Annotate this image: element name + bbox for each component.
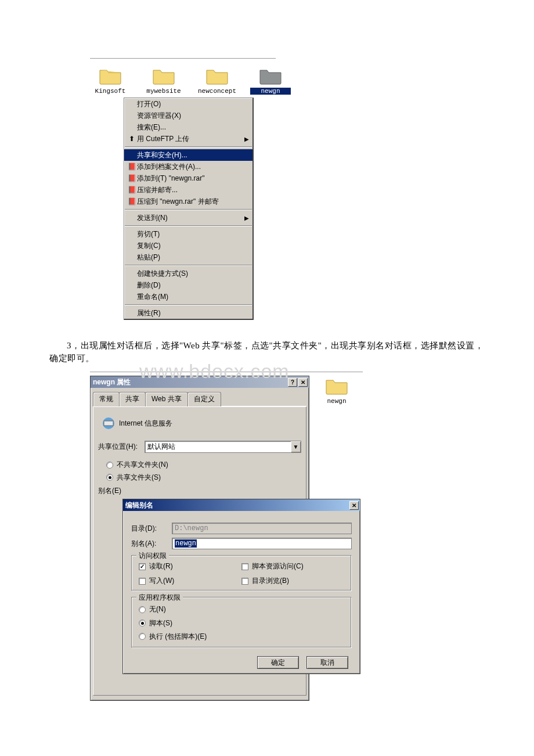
directory-label: 目录(D): <box>131 524 172 534</box>
checkbox-read[interactable]: 读取(R) <box>139 561 236 571</box>
checkbox-dir-browse[interactable]: 目录浏览(B) <box>241 576 338 586</box>
access-permissions-group: 访问权限 读取(R) 脚本资源访问(C) 写入(W) 目录浏览(B) <box>131 555 352 591</box>
menu-item-add-archive[interactable]: 📕添加到档案文件(A)... <box>124 161 252 172</box>
ok-button[interactable]: 确定 <box>257 656 299 669</box>
folder-label: newgn <box>250 88 291 95</box>
alias-label: 别名(E) <box>98 487 121 495</box>
menu-item-compress-rar-mail[interactable]: 📕压缩到 "newgn.rar" 并邮寄 <box>124 196 252 207</box>
folder-label: Kingsoft <box>90 88 131 95</box>
tab-share[interactable]: 共享 <box>119 392 146 406</box>
menu-item-copy[interactable]: 复制(C) <box>124 240 252 251</box>
titlebar[interactable]: 编辑别名 ✕ <box>123 499 360 511</box>
menu-separator <box>125 304 252 305</box>
archive-icon: 📕 <box>127 174 137 182</box>
upload-icon: ⬆ <box>127 135 137 143</box>
radio-app-script[interactable]: 脚本(S) <box>139 618 172 628</box>
menu-separator <box>125 209 252 210</box>
menu-item-delete[interactable]: 删除(D) <box>124 279 252 291</box>
menu-item-shortcut[interactable]: 创建快捷方式(S) <box>124 268 252 279</box>
menu-item-explorer[interactable]: 资源管理器(X) <box>124 110 252 121</box>
menu-item-send-to[interactable]: 发送到(N)▶ <box>124 212 252 224</box>
checkbox-script-source[interactable]: 脚本资源访问(C) <box>241 561 338 571</box>
radio-app-none[interactable]: 无(N) <box>139 604 166 614</box>
tab-general[interactable]: 常规 <box>93 392 120 406</box>
help-button[interactable]: ? <box>288 378 297 387</box>
menu-item-add-rar[interactable]: 📕添加到(T) "newgn.rar" <box>124 172 252 184</box>
folder-label: newconcept <box>197 88 237 95</box>
radio-share-folder[interactable]: 共享文件夹(S) <box>106 473 161 483</box>
tab-web-share[interactable]: Web 共享 <box>145 392 188 406</box>
archive-icon: 📕 <box>127 163 137 171</box>
menu-item-compress-mail[interactable]: 📕压缩并邮寄... <box>124 184 252 196</box>
menu-item-paste[interactable]: 粘贴(P) <box>124 251 252 263</box>
folder-mywebsite[interactable]: mywebsite <box>143 66 184 95</box>
window-title: newgn 属性 <box>93 377 131 387</box>
menu-item-search[interactable]: 搜索(E)... <box>124 121 252 133</box>
tab-custom[interactable]: 自定义 <box>187 392 221 406</box>
share-location-label: 共享位置(H): <box>98 442 145 452</box>
close-button[interactable]: ✕ <box>298 378 308 387</box>
close-button[interactable]: ✕ <box>349 501 359 510</box>
folder-icon <box>90 66 131 85</box>
menu-item-open[interactable]: 打开(O) <box>124 98 252 110</box>
menu-separator <box>125 146 252 147</box>
folder-newconcept[interactable]: newconcept <box>197 66 237 95</box>
submenu-arrow-icon: ▶ <box>244 136 249 142</box>
folder-icon <box>197 66 237 85</box>
tabstrip: 常规 共享 Web 共享 自定义 <box>93 391 306 406</box>
alias-field-label: 别名(A): <box>131 539 172 549</box>
menu-item-cut[interactable]: 剪切(T) <box>124 228 252 240</box>
instruction-paragraph: 3，出现属性对话框后，选择"Web 共享"标签，点选"共享文件夹"，出现共享别名… <box>49 339 485 365</box>
properties-area: newgn newgn 属性 ? ✕ 常规 共享 Web 共享 自定义 <box>90 372 363 708</box>
checkbox-write[interactable]: 写入(W) <box>139 576 236 586</box>
directory-field: D:\newgn <box>172 523 352 534</box>
archive-icon: 📕 <box>127 186 137 194</box>
radio-app-exec[interactable]: 执行 (包括脚本)(E) <box>139 632 207 642</box>
folder-kingsoft[interactable]: Kingsoft <box>90 66 131 95</box>
context-menu: 打开(O) 资源管理器(X) 搜索(E)... ⬆用 CuteFTP 上传▶ 共… <box>124 98 254 320</box>
iis-label: Internet 信息服务 <box>119 419 172 429</box>
window-title: 编辑别名 <box>125 501 153 510</box>
folder-label: mywebsite <box>143 88 184 95</box>
share-location-input[interactable] <box>145 441 291 453</box>
folder-icon <box>250 66 291 85</box>
share-location-combo[interactable]: ▼ <box>145 441 301 453</box>
submenu-arrow-icon: ▶ <box>244 215 249 221</box>
folder-newgn[interactable]: newgn <box>250 66 291 95</box>
edit-alias-dialog: 编辑别名 ✕ 目录(D): D:\newgn 别名(A): newgn 访问权限… <box>122 499 360 674</box>
menu-item-sharing[interactable]: 共享和安全(H)... <box>124 149 252 161</box>
menu-item-cuteftp[interactable]: ⬆用 CuteFTP 上传▶ <box>124 133 252 145</box>
menu-separator <box>125 265 252 266</box>
radio-no-share[interactable]: 不共享文件夹(N) <box>106 460 168 470</box>
folder-newgn-side[interactable]: newgn <box>316 376 357 405</box>
alias-field[interactable]: newgn <box>172 538 352 549</box>
folder-label: newgn <box>316 398 357 405</box>
menu-item-rename[interactable]: 重命名(M) <box>124 291 252 303</box>
folder-icon <box>316 376 357 395</box>
menu-item-properties[interactable]: 属性(R) <box>124 307 252 319</box>
group-legend: 访问权限 <box>136 551 169 561</box>
menu-separator <box>125 225 252 226</box>
dropdown-arrow-icon[interactable]: ▼ <box>291 441 301 453</box>
iis-icon <box>98 415 119 431</box>
folder-area: Kingsoft mywebsite newconcept newgn 打开(O… <box>90 58 276 331</box>
svg-rect-1 <box>104 421 113 426</box>
titlebar[interactable]: newgn 属性 ? ✕ <box>91 376 309 388</box>
cancel-button[interactable]: 取消 <box>306 656 348 669</box>
folder-icon <box>143 66 184 85</box>
app-permissions-group: 应用程序权限 无(N) 脚本(S) 执行 (包括脚本)(E) <box>131 597 352 648</box>
group-legend: 应用程序权限 <box>136 593 183 603</box>
archive-icon: 📕 <box>127 197 137 206</box>
